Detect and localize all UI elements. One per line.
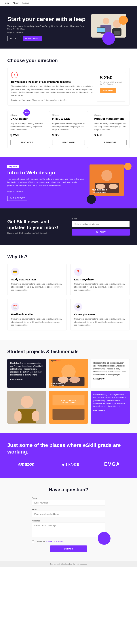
terms-checkbox[interactable] bbox=[32, 540, 34, 543]
hero-subtitle: Want your future to start right now? We'… bbox=[7, 25, 90, 30]
course-desc-1: Acquire mastery in leading platforms and… bbox=[10, 122, 43, 131]
newsletter-text: Get Skill news and updates to your inbox… bbox=[7, 219, 65, 234]
why-icon-1: 💳 bbox=[11, 268, 19, 276]
newsletter-email-label: Email bbox=[72, 218, 130, 220]
contact-message-input[interactable] bbox=[32, 522, 105, 537]
partners-title: Just some of the places where eSkill gra… bbox=[7, 442, 130, 455]
testimonial-nick-author: Nick Larson bbox=[93, 409, 127, 412]
why-title-1: Study now. Pay later bbox=[11, 278, 63, 281]
why-icon-4: 🎓 bbox=[74, 303, 82, 311]
hero-buttons: SEE ALL OUR CONTACT bbox=[7, 36, 90, 41]
course-desc-3: Acquire mastery in leading platforms and… bbox=[94, 122, 127, 131]
testimonial-nick-text: I landed my first job before graduation … bbox=[93, 393, 127, 408]
testimonials-title: Student projects & testimonials bbox=[7, 349, 130, 354]
course-title-2: HTML & CSS bbox=[52, 117, 85, 120]
testimonial-orange-img-1: YOUR BUSINESS IN THE BEST HANDS digitalB… bbox=[49, 359, 88, 388]
contact-submit-button[interactable]: SUBMIT bbox=[50, 546, 87, 552]
amazon-svg: amazon bbox=[18, 461, 36, 468]
svg-text:YOUR BUSINESS IN: YOUR BUSINESS IN bbox=[61, 399, 76, 401]
contact-name-input[interactable] bbox=[32, 500, 105, 506]
course-price-1: $ 250 bbox=[10, 133, 43, 137]
nav-about[interactable]: About bbox=[13, 2, 18, 4]
webinar-orange-circle bbox=[124, 163, 132, 170]
svg-rect-22 bbox=[32, 411, 39, 421]
binance-text: BINANCE bbox=[66, 463, 79, 466]
binance-diamond-icon: ◆ bbox=[62, 463, 64, 467]
contact-email-input[interactable] bbox=[32, 511, 105, 517]
webinar-image-area: YOUR BUSINESS IN THE BEST HANDS bbox=[90, 164, 130, 201]
svg-point-11 bbox=[96, 184, 105, 189]
course-read-more-1[interactable]: READ MORE bbox=[10, 140, 43, 145]
testimonial-stella: I landed my first job before graduation … bbox=[91, 359, 130, 388]
why-desc-4: Convenient payment plans enable you to d… bbox=[74, 318, 126, 326]
webinar-img-line2: THE BEST HANDS bbox=[92, 191, 107, 194]
course-price-2: $ 350 bbox=[52, 133, 85, 137]
testimonial-stella-text: I landed my first job before graduation … bbox=[93, 362, 127, 376]
contact-email-group: Email bbox=[32, 508, 105, 517]
notice-body: The section below is where you should sh… bbox=[11, 85, 93, 97]
svg-rect-7 bbox=[114, 31, 120, 35]
testimonials-section: Student projects & testimonials I landed… bbox=[0, 340, 137, 433]
contact-section: Have a question? Name Email Message I ac… bbox=[0, 478, 137, 561]
why-card-1: 💳 Study now. Pay later Convenient paymen… bbox=[7, 264, 67, 296]
contact-message-group: Message bbox=[32, 520, 105, 538]
course-read-more-2[interactable]: READ MORE bbox=[52, 140, 85, 145]
testimonial-nick: I landed my first job before graduation … bbox=[91, 391, 130, 424]
hero-image-area bbox=[90, 14, 130, 43]
testimonial-paul-text: I landed my first job before graduation … bbox=[10, 362, 43, 376]
why-desc-1: Convenient payment plans enable you to d… bbox=[11, 282, 63, 292]
newsletter-submit-button[interactable]: SUBMIT bbox=[72, 229, 130, 236]
svg-point-16 bbox=[58, 376, 68, 383]
our-contact-button[interactable]: OUR CONTACT bbox=[23, 36, 42, 41]
notice-left: ! How to make the most of a membership t… bbox=[11, 72, 93, 102]
svg-point-17 bbox=[69, 376, 80, 383]
nav-contact[interactable]: Contact bbox=[22, 2, 29, 4]
see-all-button[interactable]: SEE ALL bbox=[7, 36, 21, 41]
binance-logo: ◆ BINANCE bbox=[62, 463, 79, 467]
terms-link[interactable]: TERMS OF SERVICE bbox=[46, 541, 64, 543]
svg-rect-4 bbox=[97, 28, 105, 32]
course-badge-2: #Course bbox=[52, 114, 85, 116]
course-read-more-3[interactable]: READ MORE bbox=[94, 140, 127, 145]
terms-label: I accept the TERMS OF SERVICE bbox=[36, 541, 64, 543]
course-title-3: Product management bbox=[94, 117, 127, 120]
footer-sample-text: Sample text. Click to select the Text El… bbox=[0, 561, 137, 567]
newsletter-title: Get Skill news and updates to your inbox… bbox=[7, 219, 65, 230]
hero-purple-circle bbox=[102, 32, 115, 45]
webinar-image-credit: Image from Freepik bbox=[7, 190, 84, 193]
svg-point-19 bbox=[21, 396, 33, 408]
webinar-contact-button[interactable]: OUR CONTACT bbox=[7, 196, 27, 201]
why-card-3: 📅 Flexible timetable Convenient payment … bbox=[7, 299, 67, 330]
course-badge-3: #Course bbox=[94, 114, 127, 116]
amazon-logo: amazon bbox=[18, 461, 36, 468]
notice-italic: Don't forget to remove this message befo… bbox=[11, 99, 67, 101]
discount-badge: -50% bbox=[23, 109, 30, 116]
partners-section: Just some of the places where eSkill gra… bbox=[0, 433, 137, 478]
svg-rect-21 bbox=[14, 411, 21, 421]
course-card-3: #Course Product management Acquire maste… bbox=[91, 111, 130, 148]
contact-name-group: Name bbox=[32, 497, 105, 506]
why-title-3: Flexible timetable bbox=[11, 313, 63, 316]
evga-svg: EVGA bbox=[104, 461, 119, 467]
nav-links: Home About Contact bbox=[4, 2, 29, 4]
contact-title: Have a question? bbox=[32, 487, 105, 492]
contact-name-label: Name bbox=[32, 497, 105, 499]
newsletter-form: Email SUBMIT bbox=[72, 218, 130, 236]
nav-home[interactable]: Home bbox=[4, 2, 9, 4]
webinar-text: Beginner Intro to Web design This compre… bbox=[7, 165, 84, 201]
notice-price-note: Sample text. Click to select the Text El… bbox=[100, 81, 123, 85]
contact-email-label: Email bbox=[32, 508, 105, 510]
newsletter-subtitle: Sample text. Click to select the Text El… bbox=[7, 232, 65, 234]
svg-text:EVGA: EVGA bbox=[104, 461, 119, 467]
evga-logo: EVGA bbox=[104, 461, 119, 468]
why-us-section: Why Us? 💳 Study now. Pay later Convenien… bbox=[0, 245, 137, 340]
svg-text:amazon: amazon bbox=[18, 462, 34, 466]
buy-now-button[interactable]: BUY NOW bbox=[100, 88, 116, 93]
testimonial-stella-author: Stella Perry bbox=[93, 378, 127, 380]
navigation: Home About Contact bbox=[0, 0, 137, 6]
why-title-4: Career placement bbox=[74, 313, 126, 316]
testimonial-paul-author: Paul Hudson bbox=[10, 378, 43, 380]
newsletter-section: Get Skill news and updates to your inbox… bbox=[0, 208, 137, 245]
contact-message-label: Message bbox=[32, 520, 105, 522]
newsletter-email-input[interactable] bbox=[72, 221, 130, 227]
